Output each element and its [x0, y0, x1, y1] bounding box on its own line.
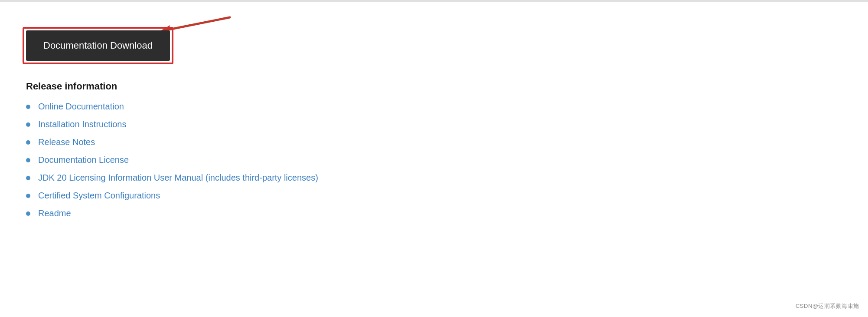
link-readme[interactable]: Readme	[38, 208, 71, 218]
button-section: Documentation Download	[26, 30, 170, 61]
link-certified-system[interactable]: Certified System Configurations	[38, 191, 160, 201]
list-item: Release Notes	[26, 137, 842, 147]
bullet-icon	[26, 105, 30, 109]
svg-line-0	[165, 17, 230, 30]
list-item: Documentation License	[26, 155, 842, 165]
documentation-download-button[interactable]: Documentation Download	[26, 30, 170, 61]
bullet-icon	[26, 140, 30, 145]
main-content: Documentation Download Release informati…	[26, 17, 842, 218]
list-item: Readme	[26, 208, 842, 218]
list-item: Online Documentation	[26, 102, 842, 112]
list-item: Certified System Configurations	[26, 191, 842, 201]
bullet-icon	[26, 194, 30, 198]
list-item: Installation Instructions	[26, 119, 842, 129]
bullet-icon	[26, 158, 30, 162]
link-online-documentation[interactable]: Online Documentation	[38, 102, 124, 112]
list-item: JDK 20 Licensing Information User Manual…	[26, 173, 842, 183]
link-jdk-licensing[interactable]: JDK 20 Licensing Information User Manual…	[38, 173, 318, 183]
release-info-section: Release information Online Documentation…	[26, 81, 842, 218]
watermark: CSDN@运润系勋海束施	[796, 302, 859, 310]
top-border	[0, 0, 868, 2]
bullet-icon	[26, 211, 30, 216]
release-info-title: Release information	[26, 81, 842, 92]
release-links-list: Online DocumentationInstallation Instruc…	[26, 102, 842, 218]
bullet-icon	[26, 122, 30, 127]
link-installation-instructions[interactable]: Installation Instructions	[38, 119, 126, 129]
link-release-notes[interactable]: Release Notes	[38, 137, 95, 147]
link-documentation-license[interactable]: Documentation License	[38, 155, 129, 165]
bullet-icon	[26, 176, 30, 180]
